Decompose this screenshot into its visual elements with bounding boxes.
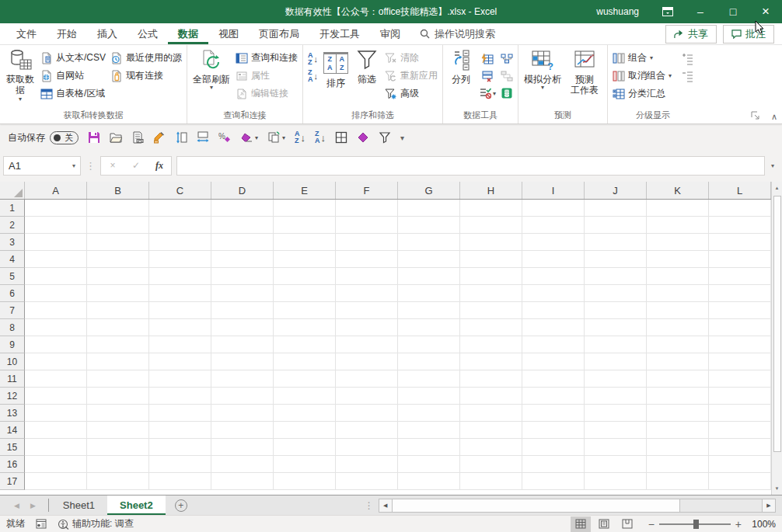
qat-sort-descending-button[interactable]: ZA↓ [315, 130, 326, 144]
cell-C13[interactable] [149, 405, 211, 422]
column-header-G[interactable]: G [398, 182, 460, 199]
cell-L3[interactable] [709, 234, 771, 251]
column-header-F[interactable]: F [336, 182, 398, 199]
format-painter-button[interactable] [153, 131, 166, 144]
cell-K1[interactable] [647, 200, 709, 217]
row-header-13[interactable]: 13 [0, 405, 25, 422]
tab-scroll-splitter[interactable]: ⋮ [360, 495, 379, 515]
cell-F4[interactable] [336, 251, 398, 268]
cell-J16[interactable] [585, 456, 647, 473]
cell-H9[interactable] [460, 336, 522, 353]
row-header-12[interactable]: 12 [0, 388, 25, 405]
cell-D5[interactable] [211, 268, 274, 285]
cell-I16[interactable] [522, 456, 585, 473]
column-header-I[interactable]: I [522, 182, 585, 199]
column-header-B[interactable]: B [87, 182, 149, 199]
save-button[interactable] [88, 131, 100, 144]
cell-J15[interactable] [585, 439, 647, 456]
cell-D14[interactable] [211, 422, 274, 439]
show-detail-button[interactable] [679, 50, 696, 68]
cell-A4[interactable] [25, 251, 87, 268]
zoom-slider[interactable] [659, 523, 731, 525]
tell-me-search[interactable]: 操作说明搜索 [410, 23, 504, 44]
cell-B7[interactable] [87, 302, 149, 319]
row-header-3[interactable]: 3 [0, 234, 25, 251]
tab-视图[interactable]: 视图 [208, 23, 249, 44]
cell-K17[interactable] [647, 473, 709, 490]
qat-filter-button[interactable] [379, 131, 391, 144]
ribbon-display-options-icon[interactable] [651, 0, 684, 23]
cell-L14[interactable] [709, 422, 771, 439]
cell-L7[interactable] [709, 302, 771, 319]
cell-I7[interactable] [522, 302, 585, 319]
cell-C9[interactable] [149, 336, 211, 353]
row-header-8[interactable]: 8 [0, 319, 25, 336]
get-data-button[interactable]: 获取数据 ▾ [2, 47, 38, 104]
cell-B12[interactable] [87, 388, 149, 405]
cell-H10[interactable] [460, 353, 522, 370]
qat-sort-ascending-button[interactable]: AZ↓ [295, 130, 305, 144]
formula-input[interactable] [176, 156, 765, 176]
cell-H8[interactable] [460, 319, 522, 336]
cancel-button[interactable]: × [101, 160, 124, 171]
column-header-E[interactable]: E [274, 182, 336, 199]
cell-A2[interactable] [25, 217, 87, 234]
cell-I2[interactable] [522, 217, 585, 234]
cell-B15[interactable] [87, 439, 149, 456]
cell-D13[interactable] [211, 405, 274, 422]
cell-E17[interactable] [274, 473, 336, 490]
cell-K15[interactable] [647, 439, 709, 456]
open-button[interactable] [110, 131, 122, 144]
cell-G16[interactable] [398, 456, 460, 473]
row-header-7[interactable]: 7 [0, 302, 25, 319]
cell-K13[interactable] [647, 405, 709, 422]
cell-E7[interactable] [274, 302, 336, 319]
cell-I1[interactable] [522, 200, 585, 217]
row-header-15[interactable]: 15 [0, 439, 25, 456]
cell-K2[interactable] [647, 217, 709, 234]
cell-E2[interactable] [274, 217, 336, 234]
column-header-D[interactable]: D [211, 182, 274, 199]
cell-F11[interactable] [336, 370, 398, 388]
cell-F13[interactable] [336, 405, 398, 422]
cell-A1[interactable] [25, 200, 87, 217]
cell-L12[interactable] [709, 388, 771, 405]
cell-I11[interactable] [522, 370, 585, 388]
tab-审阅[interactable]: 审阅 [370, 23, 410, 44]
cell-K7[interactable] [647, 302, 709, 319]
cell-L4[interactable] [709, 251, 771, 268]
cell-B14[interactable] [87, 422, 149, 439]
cell-J5[interactable] [585, 268, 647, 285]
cell-E5[interactable] [274, 268, 336, 285]
cell-H17[interactable] [460, 473, 522, 490]
cell-H7[interactable] [460, 302, 522, 319]
new-sheet-button[interactable]: + [166, 495, 197, 515]
what-if-analysis-button[interactable]: ? 模拟分析 ▾ [521, 47, 564, 92]
sheet-nav-left-icon[interactable]: ◀ [14, 502, 19, 509]
cell-G15[interactable] [398, 439, 460, 456]
cell-D12[interactable] [211, 388, 274, 405]
cell-D10[interactable] [211, 353, 274, 370]
refresh-all-button[interactable]: 全部刷新 ▾ [190, 47, 233, 92]
cell-D6[interactable] [211, 285, 274, 302]
cell-J6[interactable] [585, 285, 647, 302]
cell-B3[interactable] [87, 234, 149, 251]
cell-B4[interactable] [87, 251, 149, 268]
cell-B5[interactable] [87, 268, 149, 285]
cell-G13[interactable] [398, 405, 460, 422]
cell-B13[interactable] [87, 405, 149, 422]
flash-fill-button[interactable] [477, 50, 498, 68]
clear-filter-button[interactable]: 清除 [382, 49, 440, 67]
from-web-button[interactable]: 自网站 [38, 67, 108, 85]
cell-I8[interactable] [522, 319, 585, 336]
cell-E14[interactable] [274, 422, 336, 439]
expand-formula-bar-icon[interactable]: ▾ [770, 162, 776, 169]
queries-connections-button[interactable]: 查询和连接 [233, 49, 300, 67]
qat-overflow-button[interactable]: ▾ [400, 134, 404, 142]
cell-F10[interactable] [336, 353, 398, 370]
cell-G1[interactable] [398, 200, 460, 217]
cell-K5[interactable] [647, 268, 709, 285]
advanced-filter-button[interactable]: 高级 [382, 85, 440, 103]
cell-F2[interactable] [336, 217, 398, 234]
autosave-toggle[interactable]: 自动保存 关 [8, 131, 79, 144]
